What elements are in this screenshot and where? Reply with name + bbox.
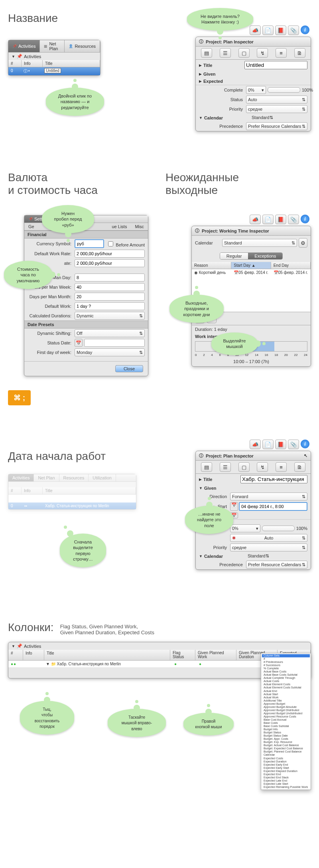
precedence-select[interactable]: Prefer Resource Calendars⇅ xyxy=(246,122,307,130)
work-rate-input[interactable] xyxy=(75,250,145,258)
menu-item[interactable]: Approved Budget Undistributed xyxy=(262,712,310,715)
insp-tab-1[interactable]: ▤ xyxy=(201,462,212,472)
calc-durations-select[interactable]: Dynamic⇅ xyxy=(75,312,145,320)
col-info[interactable]: Info xyxy=(22,60,43,67)
subtab-valuelists[interactable]: ue Lists xyxy=(108,223,131,230)
menu-item[interactable]: # Successors xyxy=(262,664,310,667)
default-work-input[interactable] xyxy=(75,302,145,310)
note-icon[interactable]: 📄 xyxy=(262,440,274,449)
menu-item[interactable]: Base Costs xyxy=(262,721,310,725)
insp-tab-5[interactable]: ≡ xyxy=(276,48,287,58)
complete-select[interactable]: 0%▾ xyxy=(246,86,266,94)
col-title[interactable]: Title xyxy=(43,60,100,67)
insp-tab-3[interactable]: ▢ xyxy=(238,462,250,472)
precedence-select[interactable]: Prefer Resource Calendars⇅ xyxy=(246,561,307,569)
insp-tab-2[interactable]: ☰ xyxy=(220,48,231,58)
progress-bar[interactable] xyxy=(262,526,295,531)
menu-item[interactable]: Expected End Slack xyxy=(262,776,310,779)
menu-item[interactable]: % Complete xyxy=(262,667,310,670)
book-icon[interactable]: 📕 xyxy=(275,215,286,224)
row-given[interactable]: ▶Given xyxy=(196,70,311,78)
progress-bar[interactable] xyxy=(268,87,300,93)
insp-tab-6[interactable]: 🗎 xyxy=(294,48,305,58)
insp-tab-1[interactable]: ▤ xyxy=(201,48,212,58)
subtab-general[interactable]: Ge xyxy=(24,223,38,230)
announce-icon[interactable]: 📣 xyxy=(250,25,261,35)
menu-item[interactable]: Expected End xyxy=(262,773,310,776)
col-num[interactable]: # xyxy=(8,60,22,67)
note-icon[interactable]: 📄 xyxy=(262,25,274,35)
calendar-select[interactable]: Standard⇅ xyxy=(252,115,307,120)
calendar-icon[interactable]: 📅 xyxy=(75,339,83,347)
insp-tab-4[interactable]: ↯ xyxy=(257,462,268,472)
clip-icon[interactable]: 📎 xyxy=(288,440,299,449)
menu-item[interactable]: Expected Late Start xyxy=(262,782,310,786)
row-expected[interactable]: ▶Expected xyxy=(196,78,311,85)
first-day-select[interactable]: Monday⇅ xyxy=(75,348,145,356)
currency-input[interactable] xyxy=(75,239,104,248)
announce-icon[interactable]: 📣 xyxy=(250,215,261,224)
menu-item[interactable]: Actual Base Costs xyxy=(262,670,310,673)
complete-select[interactable]: 0%▾ xyxy=(230,524,260,532)
menu-item[interactable]: Base Costs Subtotal xyxy=(262,725,310,728)
subtab-misc[interactable]: Misc xyxy=(131,223,148,230)
menu-item[interactable]: Expected Early Start xyxy=(262,766,310,770)
menu-item[interactable]: Expected Remaining Possible Work xyxy=(262,786,310,789)
hours-per-day-input[interactable] xyxy=(75,274,145,282)
menu-item[interactable]: Actual End xyxy=(262,690,310,693)
menu-item[interactable]: Budget Status xyxy=(262,731,310,734)
row-calendar[interactable]: ▼CalendarStandard⇅ xyxy=(196,552,311,560)
menu-item[interactable]: Budget. Planned Cost Balance xyxy=(262,750,310,753)
calendar-select[interactable]: Standard⇅ xyxy=(222,239,297,247)
tab-activities[interactable]: 📌Activities xyxy=(8,40,40,52)
tab-resources[interactable]: 👤Resources xyxy=(65,40,100,52)
note-icon[interactable]: 📄 xyxy=(262,215,274,224)
col-info[interactable]: Info xyxy=(23,650,44,660)
calendar-picker-icon[interactable]: 📅 xyxy=(230,502,238,511)
menu-item[interactable]: Approved Resource Costs xyxy=(262,715,310,718)
priority-select[interactable]: средне⇅ xyxy=(230,543,307,551)
activity-row[interactable]: 0 ▪▪ Хабр. Статья-инструкция по Merlin xyxy=(8,502,136,509)
start-date-input[interactable] xyxy=(239,502,307,511)
menu-item[interactable]: Actual Element Costs Subtotal xyxy=(262,686,310,689)
menu-item[interactable]: Budget. Expected Cost Balance xyxy=(262,747,310,750)
menu-item[interactable]: Budget Status Date xyxy=(262,734,310,737)
close-button[interactable]: Close xyxy=(115,365,143,372)
menu-item[interactable]: Actual Start xyxy=(262,693,310,696)
menu-item[interactable]: Budget. Exp. Resource xyxy=(262,741,310,744)
overtime-rate-input[interactable] xyxy=(75,259,145,267)
status-select[interactable]: Auto⇅ xyxy=(246,96,307,104)
direction-select[interactable]: Forward⇅ xyxy=(230,493,307,500)
activities-subheader[interactable]: ▼📌Activities xyxy=(8,642,311,650)
info-icon[interactable]: i xyxy=(301,215,309,223)
tab-regular[interactable]: Regular xyxy=(220,253,248,259)
days-per-month-input[interactable] xyxy=(75,293,145,301)
menu-item[interactable]: Budget Info xyxy=(262,728,310,731)
menu-item[interactable]: Expected Late End xyxy=(262,779,310,782)
menu-item[interactable]: # Predecessors xyxy=(262,661,310,664)
insp-tab-6[interactable]: 🗎 xyxy=(294,462,305,472)
menu-item[interactable]: Calendar xyxy=(262,753,310,757)
menu-item[interactable]: Column Sets xyxy=(262,654,310,657)
activity-row[interactable]: 0 ⓘ▪ Untitled xyxy=(8,67,100,75)
row-calendar[interactable]: ▼CalendarStandard⇅ xyxy=(196,114,311,121)
col-end-day[interactable]: End Day xyxy=(271,262,311,269)
col-given-work[interactable]: Given Planned Work xyxy=(195,650,236,660)
calendar-select[interactable]: Standard⇅ xyxy=(248,553,307,559)
menu-item[interactable]: Additional Title xyxy=(262,699,310,702)
menu-item[interactable]: Approved Budget Distributed xyxy=(262,709,310,712)
tab-exceptions[interactable]: Exceptions xyxy=(248,253,282,259)
clip-icon[interactable]: 📎 xyxy=(288,215,299,224)
before-amount-checkbox[interactable] xyxy=(108,241,113,246)
book-icon[interactable]: 📕 xyxy=(275,25,286,35)
status-date-input[interactable] xyxy=(84,339,145,347)
title-input[interactable] xyxy=(240,475,307,483)
menu-item[interactable]: Approved Budget Absolute xyxy=(262,706,310,709)
row-given[interactable]: ▼Given xyxy=(196,485,311,492)
menu-item[interactable]: Expected Early End xyxy=(262,763,310,766)
dynamic-shifting-select[interactable]: Off⇅ xyxy=(75,329,145,337)
menu-item[interactable]: Expected Costs xyxy=(262,757,310,760)
tab-resources[interactable]: Resources xyxy=(59,474,89,481)
col-flag-status[interactable]: Flag Status xyxy=(170,650,195,660)
col-reason[interactable]: Reason xyxy=(192,262,231,269)
